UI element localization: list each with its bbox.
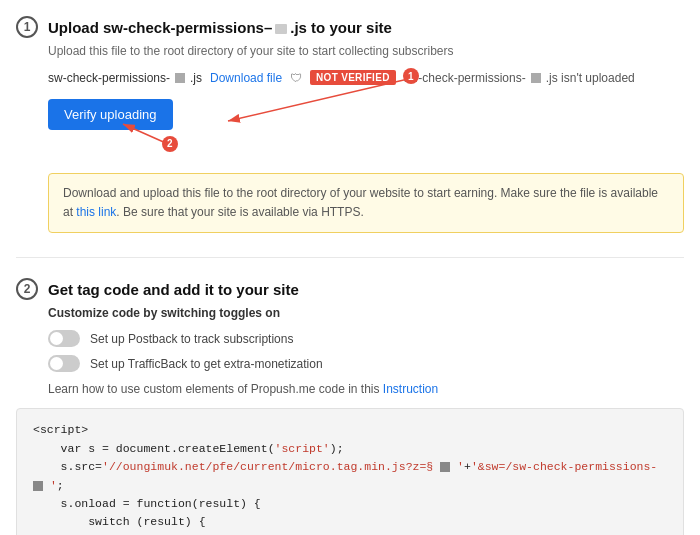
instruction-link[interactable]: Instruction (383, 382, 438, 396)
upload-status: sw-check-permissions- .js isn't uploaded (404, 71, 635, 85)
verify-uploading-button[interactable]: Verify uploading (48, 99, 173, 130)
svg-point-2 (162, 136, 178, 152)
section1-subtitle: Upload this file to the root directory o… (48, 44, 684, 58)
section1: 1 Upload sw-check-permissions–.js to you… (16, 16, 684, 233)
toggle1-label: Set up Postback to track subscriptions (90, 332, 293, 346)
code-block: <script> var s = document.createElement(… (16, 408, 684, 535)
file-name-label: sw-check-permissions- .js (48, 71, 202, 85)
code-area: <script> var s = document.createElement(… (16, 408, 684, 535)
toggle2[interactable] (48, 355, 80, 372)
warning-link[interactable]: this link (76, 205, 116, 219)
section2: 2 Get tag code and add it to your site C… (16, 278, 684, 535)
title-redacted-icon1 (275, 24, 287, 34)
warning-box: Download and upload this file to the roo… (48, 173, 684, 233)
file-row: sw-check-permissions- .js Download file … (48, 70, 684, 85)
verify-annotation-area: Verify uploading 2 1 (48, 99, 684, 159)
step2-circle: 2 (16, 278, 38, 300)
section2-title: Get tag code and add it to your site (48, 281, 299, 298)
download-link[interactable]: Download file (210, 71, 282, 85)
toggle1[interactable] (48, 330, 80, 347)
section1-title: Upload sw-check-permissions–.js to your … (48, 19, 392, 36)
redacted-icon2 (531, 73, 541, 83)
svg-line-4 (228, 79, 408, 121)
section1-header: 1 Upload sw-check-permissions–.js to you… (16, 16, 684, 38)
section-divider (16, 257, 684, 258)
toggle1-row: Set up Postback to track subscriptions (48, 330, 684, 347)
svg-text:2: 2 (167, 138, 173, 149)
step1-circle: 1 (16, 16, 38, 38)
not-verified-badge: NOT VERIFIED (310, 70, 396, 85)
customize-label: Customize code by switching toggles on (48, 306, 684, 320)
learn-text: Learn how to use custom elements of Prop… (48, 382, 684, 396)
toggle2-row: Set up TrafficBack to get extra-monetiza… (48, 355, 684, 372)
section2-header: 2 Get tag code and add it to your site (16, 278, 684, 300)
toggle2-label: Set up TrafficBack to get extra-monetiza… (90, 357, 323, 371)
redacted-icon1 (175, 73, 185, 83)
shield-icon: 🛡 (290, 71, 302, 85)
